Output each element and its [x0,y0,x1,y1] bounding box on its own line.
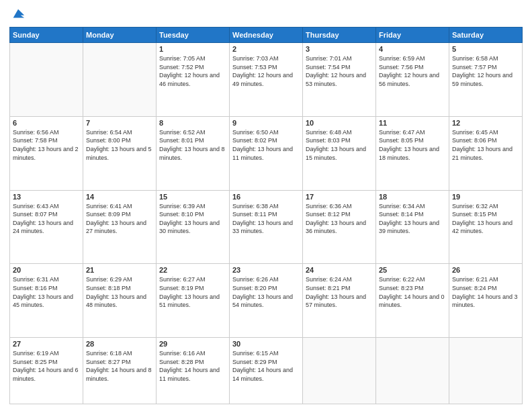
day-number: 3 [306,45,373,53]
calendar-cell: 24Sunrise: 6:24 AM Sunset: 8:21 PM Dayli… [303,264,376,338]
day-info: Sunrise: 6:16 AM Sunset: 8:28 PM Dayligh… [159,349,226,383]
day-number: 6 [13,119,80,127]
day-number: 28 [86,340,153,348]
calendar-week-row: 13Sunrise: 6:43 AM Sunset: 8:07 PM Dayli… [10,190,523,264]
day-info: Sunrise: 6:22 AM Sunset: 8:23 PM Dayligh… [379,275,446,309]
day-number: 20 [13,266,80,274]
calendar-cell: 14Sunrise: 6:41 AM Sunset: 8:09 PM Dayli… [83,190,157,264]
weekday-header: Saturday [449,28,523,43]
day-info: Sunrise: 6:54 AM Sunset: 8:00 PM Dayligh… [86,128,153,162]
calendar-cell: 27Sunrise: 6:19 AM Sunset: 8:25 PM Dayli… [10,338,83,404]
calendar-cell: 21Sunrise: 6:29 AM Sunset: 8:18 PM Dayli… [83,264,157,338]
day-number: 1 [159,45,226,53]
calendar-cell [376,338,449,404]
day-number: 12 [452,119,519,127]
day-info: Sunrise: 6:45 AM Sunset: 8:06 PM Dayligh… [452,128,519,162]
day-number: 25 [379,266,446,274]
weekday-header: Friday [376,28,449,43]
calendar-cell: 25Sunrise: 6:22 AM Sunset: 8:23 PM Dayli… [376,264,449,338]
calendar-cell: 17Sunrise: 6:36 AM Sunset: 8:12 PM Dayli… [303,190,376,264]
day-number: 19 [452,193,519,201]
day-number: 17 [306,193,373,201]
calendar-cell [303,338,376,404]
day-info: Sunrise: 6:21 AM Sunset: 8:24 PM Dayligh… [452,275,519,309]
calendar-week-row: 20Sunrise: 6:31 AM Sunset: 8:16 PM Dayli… [10,264,523,338]
day-number: 23 [232,266,300,274]
logo [9,7,26,21]
day-info: Sunrise: 6:19 AM Sunset: 8:25 PM Dayligh… [13,349,80,383]
calendar-cell: 18Sunrise: 6:34 AM Sunset: 8:14 PM Dayli… [376,190,449,264]
day-number: 27 [13,340,80,348]
weekday-header: Thursday [303,28,376,43]
day-info: Sunrise: 6:48 AM Sunset: 8:03 PM Dayligh… [306,128,373,162]
day-info: Sunrise: 7:05 AM Sunset: 7:52 PM Dayligh… [159,54,226,88]
day-number: 14 [86,193,153,201]
day-info: Sunrise: 6:24 AM Sunset: 8:21 PM Dayligh… [306,275,373,309]
calendar-cell: 7Sunrise: 6:54 AM Sunset: 8:00 PM Daylig… [83,116,157,190]
weekday-header: Sunday [10,28,83,43]
day-info: Sunrise: 6:56 AM Sunset: 7:58 PM Dayligh… [13,128,80,162]
calendar-cell [449,338,523,404]
day-number: 30 [232,340,300,348]
day-number: 15 [159,193,226,201]
day-info: Sunrise: 6:59 AM Sunset: 7:56 PM Dayligh… [379,54,446,88]
calendar-cell: 6Sunrise: 6:56 AM Sunset: 7:58 PM Daylig… [10,116,83,190]
day-info: Sunrise: 6:31 AM Sunset: 8:16 PM Dayligh… [13,275,80,309]
weekday-header: Tuesday [157,28,230,43]
day-number: 26 [452,266,519,274]
day-number: 9 [232,119,300,127]
calendar-cell: 26Sunrise: 6:21 AM Sunset: 8:24 PM Dayli… [449,264,523,338]
day-info: Sunrise: 7:03 AM Sunset: 7:53 PM Dayligh… [232,54,300,88]
calendar-cell: 16Sunrise: 6:38 AM Sunset: 8:11 PM Dayli… [230,190,303,264]
day-info: Sunrise: 6:50 AM Sunset: 8:02 PM Dayligh… [232,128,300,162]
day-info: Sunrise: 6:27 AM Sunset: 8:19 PM Dayligh… [159,275,226,309]
calendar-cell: 5Sunrise: 6:58 AM Sunset: 7:57 PM Daylig… [449,43,523,117]
day-info: Sunrise: 6:43 AM Sunset: 8:07 PM Dayligh… [13,202,80,236]
calendar-cell: 12Sunrise: 6:45 AM Sunset: 8:06 PM Dayli… [449,116,523,190]
day-info: Sunrise: 6:41 AM Sunset: 8:09 PM Dayligh… [86,202,153,236]
calendar-cell: 9Sunrise: 6:50 AM Sunset: 8:02 PM Daylig… [230,116,303,190]
day-number: 4 [379,45,446,53]
calendar-cell: 20Sunrise: 6:31 AM Sunset: 8:16 PM Dayli… [10,264,83,338]
calendar-week-row: 1Sunrise: 7:05 AM Sunset: 7:52 PM Daylig… [10,43,523,117]
day-number: 24 [306,266,373,274]
day-number: 7 [86,119,153,127]
logo-icon [11,7,26,21]
day-info: Sunrise: 6:15 AM Sunset: 8:29 PM Dayligh… [232,349,300,383]
calendar-cell: 23Sunrise: 6:26 AM Sunset: 8:20 PM Dayli… [230,264,303,338]
calendar-cell: 19Sunrise: 6:32 AM Sunset: 8:15 PM Dayli… [449,190,523,264]
weekday-header: Monday [83,28,157,43]
day-number: 18 [379,193,446,201]
calendar-cell: 28Sunrise: 6:18 AM Sunset: 8:27 PM Dayli… [83,338,157,404]
day-number: 8 [159,119,226,127]
day-info: Sunrise: 6:29 AM Sunset: 8:18 PM Dayligh… [86,275,153,309]
day-number: 5 [452,45,519,53]
day-info: Sunrise: 6:32 AM Sunset: 8:15 PM Dayligh… [452,202,519,236]
calendar-cell: 29Sunrise: 6:16 AM Sunset: 8:28 PM Dayli… [157,338,230,404]
day-info: Sunrise: 6:47 AM Sunset: 8:05 PM Dayligh… [379,128,446,162]
calendar-cell: 2Sunrise: 7:03 AM Sunset: 7:53 PM Daylig… [230,43,303,117]
calendar-cell: 11Sunrise: 6:47 AM Sunset: 8:05 PM Dayli… [376,116,449,190]
day-info: Sunrise: 6:52 AM Sunset: 8:01 PM Dayligh… [159,128,226,162]
header [9,7,523,21]
calendar-table: SundayMondayTuesdayWednesdayThursdayFrid… [9,27,523,404]
weekday-header: Wednesday [230,28,303,43]
day-info: Sunrise: 6:18 AM Sunset: 8:27 PM Dayligh… [86,349,153,383]
calendar-cell: 1Sunrise: 7:05 AM Sunset: 7:52 PM Daylig… [157,43,230,117]
day-info: Sunrise: 6:34 AM Sunset: 8:14 PM Dayligh… [379,202,446,236]
day-number: 10 [306,119,373,127]
day-number: 16 [232,193,300,201]
calendar-cell: 3Sunrise: 7:01 AM Sunset: 7:54 PM Daylig… [303,43,376,117]
calendar-cell: 22Sunrise: 6:27 AM Sunset: 8:19 PM Dayli… [157,264,230,338]
day-number: 2 [232,45,300,53]
calendar-cell: 8Sunrise: 6:52 AM Sunset: 8:01 PM Daylig… [157,116,230,190]
calendar-header-row: SundayMondayTuesdayWednesdayThursdayFrid… [10,28,523,43]
day-info: Sunrise: 6:39 AM Sunset: 8:10 PM Dayligh… [159,202,226,236]
day-number: 21 [86,266,153,274]
day-number: 29 [159,340,226,348]
calendar-cell [10,43,83,117]
day-number: 13 [13,193,80,201]
calendar-cell: 13Sunrise: 6:43 AM Sunset: 8:07 PM Dayli… [10,190,83,264]
day-info: Sunrise: 6:38 AM Sunset: 8:11 PM Dayligh… [232,202,300,236]
svg-marker-0 [13,9,24,18]
